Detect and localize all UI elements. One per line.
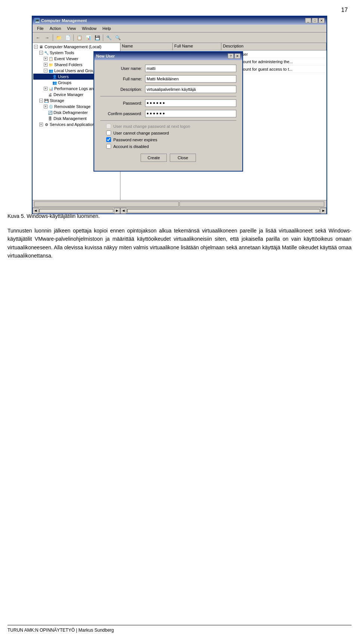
cm-titlebar-left: 💻 Computer Management — [34, 18, 87, 23]
new-user-dialog: New User ? ✕ User name: Full name: — [93, 51, 243, 172]
storage-expand[interactable]: − — [39, 99, 43, 102]
checkbox-row-2: User cannot change password — [100, 130, 236, 135]
tree-users-label: Users — [58, 74, 69, 79]
local-users-groups-icon: 👥 — [48, 68, 53, 73]
password-input[interactable] — [145, 99, 236, 107]
menu-help[interactable]: Help — [99, 25, 114, 31]
toolbar-separator-3 — [103, 34, 103, 41]
tree-scrollbar-h: ◀ ▶ — [33, 208, 120, 213]
fullname-input[interactable] — [145, 75, 236, 83]
menu-view[interactable]: View — [64, 25, 79, 31]
system-tools-icon: 🔧 — [44, 50, 49, 55]
tree-shared-folders-label: Shared Folders — [54, 62, 82, 67]
dialog-help-button[interactable]: ? — [228, 53, 234, 59]
fullname-label: Full name: — [100, 77, 145, 81]
doc-content: Kuva 5. Windows-käyttäjätilin luominen. … — [7, 213, 352, 268]
col-fullname[interactable]: Full Name — [173, 43, 221, 50]
computer-icon: 🖥 — [39, 44, 44, 49]
cm-titlebar: 💻 Computer Management _ □ ✕ — [33, 16, 326, 25]
users-icon: 👤 — [52, 74, 57, 79]
content-scrollbar-h: ◀ ▶ — [120, 208, 326, 213]
page-footer: TURUN AMK:N OPINNÄYTETYÖ | Markus Sundbe… — [7, 625, 352, 633]
tree-root-label: Computer Management (Local) — [45, 44, 101, 49]
username-field: User name: — [100, 65, 236, 72]
checkbox-cannot-change-pwd[interactable] — [106, 130, 111, 135]
menu-action[interactable]: Action — [47, 25, 64, 31]
checkbox-row-1: User must change password at next logon — [100, 124, 236, 129]
toolbar-btn-7[interactable]: 🔍 — [114, 34, 122, 41]
device-manager-icon: 🖨 — [47, 92, 53, 97]
cm-list-header: Name Full Name Description — [120, 43, 326, 50]
computer-management-window: 💻 Computer Management _ □ ✕ File Action … — [32, 16, 327, 214]
perf-logs-expand[interactable]: + — [44, 87, 47, 90]
shared-folders-expand[interactable]: + — [44, 63, 47, 67]
dialog-close-btn[interactable]: Close — [170, 154, 196, 162]
disk-defrag-icon: 🔄 — [47, 110, 53, 115]
removable-storage-icon: 💿 — [48, 104, 53, 109]
confirm-password-input[interactable] — [145, 110, 236, 117]
checkbox-account-disabled[interactable] — [106, 144, 111, 149]
tree-disk-defrag-label: Disk Defragmenter — [53, 110, 88, 115]
checkbox-pwd-never-expires[interactable] — [106, 137, 111, 142]
dialog-separator-1 — [100, 96, 236, 96]
toolbar-btn-5[interactable]: 💾 — [93, 34, 101, 41]
system-tools-expand[interactable]: − — [39, 51, 43, 55]
toolbar-btn-2[interactable]: 📄 — [64, 34, 72, 41]
cm-menubar: File Action View Window Help — [33, 25, 326, 33]
fullname-field: Full name: — [100, 75, 236, 83]
toolbar-btn-6[interactable]: 🔧 — [105, 34, 113, 41]
checkbox-must-change-label: User must change password at next logon — [113, 124, 190, 129]
shared-folders-icon: 📁 — [48, 62, 53, 67]
password-field: Password: — [100, 99, 236, 107]
toolbar-btn-3[interactable]: 📋 — [75, 34, 83, 41]
cm-scrollbar-bottom: ◀ ▶ ◀ ▶ — [33, 207, 326, 213]
username-input[interactable] — [145, 65, 236, 72]
description-label: Description: — [100, 87, 145, 92]
menu-file[interactable]: File — [34, 25, 47, 31]
tree-groups-label: Groups — [58, 80, 71, 85]
restore-button[interactable]: □ — [312, 18, 318, 23]
tree-services-label: Services and Applications — [50, 122, 96, 127]
content-scroll-track — [127, 209, 320, 213]
statusbar-panel — [34, 201, 179, 207]
page-number: 17 — [341, 7, 348, 13]
create-button[interactable]: Create — [141, 154, 167, 162]
dialog-separator-2 — [100, 120, 236, 121]
tree-root[interactable]: − 🖥 Computer Management (Local) — [33, 44, 119, 50]
tree-system-tools-label: System Tools — [50, 50, 74, 55]
dialog-body: User name: Full name: Description: Passw… — [94, 60, 242, 171]
figure-caption: Kuva 5. Windows-käyttäjätilin luominen. — [7, 213, 352, 219]
tree-device-manager-label: Device Manager — [53, 92, 83, 97]
root-expand-icon[interactable]: − — [34, 45, 38, 49]
tree-scroll-track — [39, 209, 113, 213]
local-users-groups-expand[interactable]: − — [44, 69, 47, 73]
col-name[interactable]: Name — [120, 43, 173, 50]
description-input[interactable] — [145, 86, 236, 93]
cm-window-icon: 💻 — [34, 18, 40, 23]
perf-logs-icon: 📊 — [48, 86, 53, 91]
event-viewer-icon: 📋 — [48, 56, 53, 61]
dialog-titlebar-buttons: ? ✕ — [228, 53, 240, 59]
confirm-password-field: Confirm password: — [100, 110, 236, 117]
statusbar-panel-2 — [180, 201, 324, 207]
tree-removable-label: Removable Storage — [54, 104, 90, 109]
col-description[interactable]: Description — [221, 43, 326, 50]
checkbox-account-disabled-label: Account is disabled — [113, 144, 149, 149]
event-viewer-expand[interactable]: + — [44, 57, 47, 61]
dialog-titlebar: New User ? ✕ — [94, 52, 242, 60]
checkbox-must-change-pwd[interactable] — [106, 124, 111, 129]
removable-expand[interactable]: + — [44, 105, 47, 108]
menu-window[interactable]: Window — [79, 25, 99, 31]
forward-button[interactable]: → — [43, 34, 51, 41]
minimize-button[interactable]: _ — [305, 18, 311, 23]
back-button[interactable]: ← — [34, 34, 42, 41]
dialog-close-button[interactable]: ✕ — [234, 53, 240, 59]
toolbar-btn-4[interactable]: 📊 — [84, 34, 92, 41]
toolbar-btn-1[interactable]: 📁 — [55, 34, 63, 41]
checkbox-pwd-never-expires-label: Password never expires — [113, 138, 157, 142]
storage-icon: 💾 — [44, 98, 49, 103]
tree-local-users-groups-label: Local Users and Groups — [54, 68, 99, 73]
close-button[interactable]: ✕ — [319, 18, 325, 23]
services-expand[interactable]: + — [39, 123, 43, 126]
services-icon: ⚙ — [44, 122, 49, 127]
